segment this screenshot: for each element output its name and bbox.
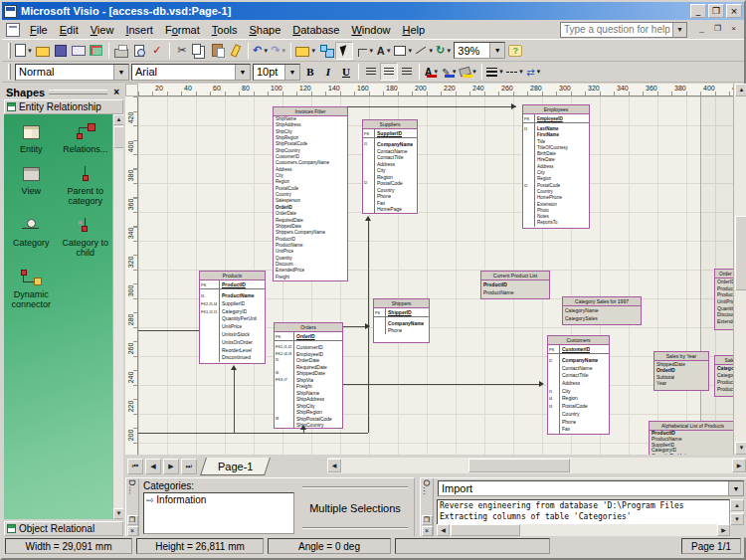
er-table-current-product-list[interactable]: Current Product ListProductIDProductName [480,271,550,299]
chevron-down-icon[interactable]: ▼ [263,48,269,54]
er-table-customers[interactable]: CustomersPKCustomerIDI2CompanyNameContac… [547,335,610,435]
help-button[interactable] [506,42,524,60]
window-close-icon[interactable]: × [127,526,138,536]
chevron-down-icon[interactable]: ▼ [368,48,374,54]
chevron-down-icon[interactable]: ▼ [27,48,33,54]
chevron-down-icon[interactable]: ▼ [498,69,504,75]
italic-button[interactable] [319,63,337,81]
chevron-down-icon[interactable]: ▼ [284,65,299,80]
shapes-panel-grip[interactable] [49,90,107,94]
next-page-button[interactable]: ▶ [163,459,179,474]
chevron-down-icon[interactable]: ▼ [428,48,434,54]
scroll-left-icon[interactable]: ◀ [327,459,341,472]
menu-file[interactable]: File [24,22,54,38]
chevron-down-icon[interactable]: ▼ [235,65,250,80]
output-source-select[interactable]: Import ▼ [438,480,744,496]
er-connector[interactable] [138,330,199,331]
chevron-down-icon[interactable]: ▼ [672,23,686,37]
format-painter-button[interactable] [227,42,245,60]
menu-tools[interactable]: Tools [206,22,244,38]
scrollbar-thumb[interactable] [451,524,520,536]
chevron-down-icon[interactable]: ▼ [446,48,452,54]
drawing-canvas[interactable]: Invoices FilterShipNameShipAddressShipCi… [138,96,733,455]
menu-window[interactable]: Window [345,22,396,38]
er-table-orders[interactable]: OrdersPKOrderIDFK1,I1,I2CustomerIDFK2,I4… [274,322,343,429]
output-vertical-scrollbar[interactable]: ▲ ▼ [730,499,744,525]
er-connector[interactable] [138,433,368,434]
rotation-tool-button[interactable]: ▼ [435,42,453,60]
menu-help[interactable]: Help [397,22,432,38]
line-ends-button[interactable]: ▼ [525,63,543,81]
er-connector[interactable] [347,106,516,107]
toolbar-grip[interactable] [8,43,11,59]
chevron-down-icon[interactable]: ▼ [518,69,524,75]
er-table-alphabetical-list-of-products[interactable]: Alphabetical List of ProductsProductIDPr… [649,421,733,455]
stencil-scrollbar[interactable]: ▲ ▼ [112,114,123,519]
chevron-down-icon[interactable]: ▼ [280,48,286,54]
bold-button[interactable] [301,63,319,81]
align-left-button[interactable] [362,63,380,81]
menu-format[interactable]: Format [159,22,206,38]
connect-shapes-button[interactable] [317,42,335,60]
page-tab[interactable]: Page-1 [200,458,271,475]
stencil-object-relational[interactable]: Object Relational [4,521,123,536]
chevron-down-icon[interactable]: ▼ [728,481,743,495]
copy-button[interactable] [191,42,209,60]
stencil-shape-view[interactable]: View [4,158,59,210]
zoom-combo[interactable]: 39%▼ [454,42,505,59]
scroll-down-icon[interactable]: ▼ [113,508,123,519]
pointer-tool-button[interactable] [335,42,353,60]
chevron-down-icon[interactable]: ▼ [407,48,413,54]
print-button[interactable] [112,42,130,60]
scroll-right-icon[interactable]: ▶ [717,524,730,536]
font-color-button[interactable]: ▼ [423,63,441,81]
align-right-button[interactable] [398,63,416,81]
scroll-left-icon[interactable]: ◀ [437,524,450,536]
scroll-up-icon[interactable]: ▲ [730,499,744,511]
first-page-button[interactable]: ⏮ [127,459,143,474]
er-connector[interactable] [343,384,540,385]
stencil-entity-relationship[interactable]: Entity Relationship [4,99,123,114]
output-log[interactable]: Reverse engineering from database 'D:\Pr… [437,499,730,525]
stencil-shape-category[interactable]: Category [4,210,59,262]
save-button[interactable] [52,42,70,60]
scroll-right-icon[interactable]: ▶ [732,459,746,472]
size-combo[interactable]: 10pt▼ [253,64,300,81]
child-restore-button[interactable]: ❐ [711,24,724,36]
print-preview-button[interactable] [130,42,148,60]
categories-listbox[interactable]: ⇨ Information [143,492,294,534]
er-connector[interactable] [234,368,235,433]
stencil-shape-relations[interactable]: Relations... [59,116,113,158]
stencil-shape-entity[interactable]: Entity [4,116,59,158]
align-center-button[interactable] [380,63,398,81]
child-minimize-button[interactable]: _ [695,24,708,36]
new-drawing-button[interactable]: ▼ [14,42,34,60]
help-question-input[interactable]: Type a question for help ▼ [560,22,687,38]
toolbar-grip[interactable] [8,64,11,80]
stencil-shape-dynamic-connector[interactable]: Dynamic connector [4,262,59,313]
scroll-up-icon[interactable]: ▲ [113,114,123,125]
vertical-scrollbar[interactable]: ▲ ▼ [733,84,746,455]
er-table-category-sales-for-1997[interactable]: Category Sales for 1997CategoryNameCateg… [562,296,642,325]
chevron-down-icon[interactable]: ▼ [386,48,392,54]
er-table-sales-by-category[interactable]: Sales by CategoryCategoryIDCategoryNameP… [714,355,733,397]
text-tool-button[interactable]: ▼ [375,42,393,60]
redo-button[interactable]: ▼ [270,42,287,60]
shapes-panel-close-icon[interactable]: × [111,88,121,97]
category-item-information[interactable]: Information [156,494,206,505]
er-table-products[interactable]: ProductsPKProductIDI3ProductNameFK2,I5,I… [199,271,266,364]
menu-view[interactable]: View [85,22,120,38]
paste-button[interactable] [209,42,227,60]
rectangle-tool-button[interactable]: ▼ [393,42,414,60]
minimize-button[interactable]: _ [690,4,706,18]
cut-button[interactable] [173,42,191,60]
er-table-sales-by-year[interactable]: Sales by YearShippedDateOrderIDSubtotalY… [653,351,709,391]
spelling-button[interactable] [148,42,166,60]
scroll-down-icon[interactable]: ▼ [730,513,744,525]
chevron-down-icon[interactable]: ▼ [489,43,504,58]
er-table-shippers[interactable]: ShippersPKShipperIDCompanyNamePhone [373,298,430,343]
line-color-button[interactable]: ▼ [441,63,459,81]
stencil-shape-parent-to-category[interactable]: Parent to category [59,158,113,210]
scrollbar-thumb[interactable] [113,126,123,148]
er-table-employees[interactable]: EmployeesPKEmployeeIDI1LastNameFirstName… [522,104,590,229]
